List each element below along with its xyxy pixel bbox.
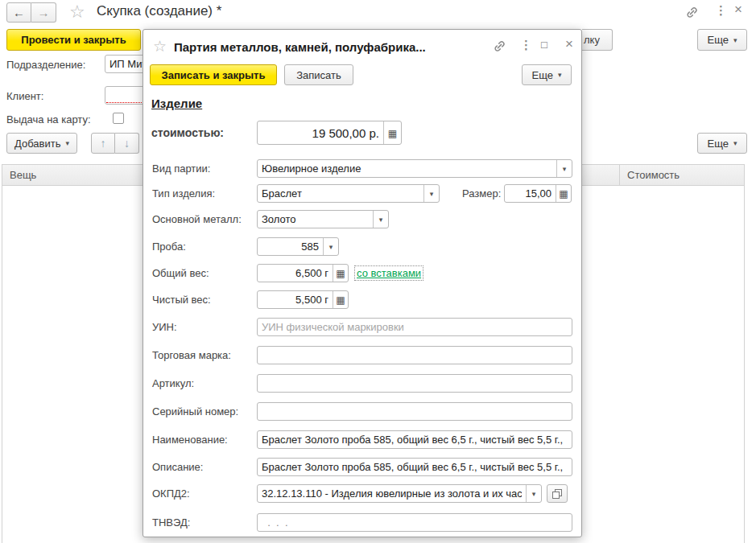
uin-input[interactable] <box>258 319 572 335</box>
okpd2-open-button[interactable] <box>547 484 568 503</box>
item-type-dropdown-button[interactable] <box>423 185 439 202</box>
batch-kind-label: Вид партии: <box>152 162 210 175</box>
batch-kind-field[interactable] <box>257 159 572 178</box>
net-weight-field[interactable] <box>257 290 349 309</box>
fineness-input[interactable] <box>258 238 323 255</box>
table-more-label: Еще <box>708 138 729 150</box>
get-link-icon[interactable] <box>685 6 699 19</box>
favorite-star-icon[interactable] <box>69 3 85 21</box>
item-type-field[interactable] <box>257 184 440 203</box>
with-inserts-link[interactable]: со вставками <box>355 266 423 280</box>
dialog-get-link-icon[interactable] <box>493 39 506 53</box>
fineness-dropdown-button[interactable] <box>323 238 338 255</box>
metal-label: Основной металл: <box>152 213 242 225</box>
size-calculator-button[interactable] <box>556 185 571 202</box>
table-more-button[interactable]: Еще <box>697 133 747 154</box>
name-label: Наименование: <box>152 434 228 446</box>
dialog-more-label: Еще <box>532 69 553 81</box>
description-input[interactable] <box>258 459 572 475</box>
up-arrow-icon <box>101 137 106 150</box>
back-button[interactable] <box>6 2 31 23</box>
window-title: Скупка (создание) * <box>97 3 221 19</box>
card-issue-label: Выдача на карту: <box>6 113 91 125</box>
description-field[interactable] <box>257 458 572 476</box>
size-field[interactable] <box>504 184 572 203</box>
forward-button[interactable] <box>31 2 56 23</box>
dialog-more-button[interactable]: Еще <box>522 64 572 85</box>
cost-field[interactable] <box>257 121 402 145</box>
save-and-close-button[interactable]: Записать и закрыть <box>150 64 277 85</box>
batch-kind-dropdown-button[interactable] <box>556 160 572 177</box>
chevron-down-icon <box>379 216 383 224</box>
article-field[interactable] <box>257 374 572 393</box>
okpd2-field[interactable] <box>257 484 542 503</box>
serial-label: Серийный номер: <box>152 405 238 418</box>
move-down-button[interactable] <box>115 133 139 154</box>
cost-label: стоимостью: <box>151 126 224 139</box>
column-cost[interactable]: Стоимость <box>620 169 680 181</box>
cost-input[interactable] <box>258 121 383 144</box>
brand-input[interactable] <box>258 347 572 364</box>
okpd2-dropdown-button[interactable] <box>526 485 541 502</box>
down-arrow-icon <box>124 137 130 150</box>
dialog-favorite-star-icon[interactable] <box>153 39 167 54</box>
fineness-field[interactable] <box>257 237 339 256</box>
batch-kind-input[interactable] <box>258 160 556 177</box>
calculator-icon <box>336 267 345 279</box>
calculator-icon <box>336 294 345 306</box>
item-type-input[interactable] <box>258 185 423 202</box>
gross-weight-field[interactable] <box>257 264 349 282</box>
calculator-button[interactable] <box>383 121 401 144</box>
article-label: Артикул: <box>152 377 194 389</box>
article-input[interactable] <box>258 375 572 392</box>
net-calculator-button[interactable] <box>333 291 348 308</box>
add-button-label: Добавить <box>14 138 60 150</box>
chevron-down-icon <box>563 165 567 173</box>
move-up-button[interactable] <box>91 133 115 154</box>
toolbar-more-button[interactable]: Еще <box>697 29 747 51</box>
net-weight-input[interactable] <box>258 291 333 308</box>
metal-field[interactable] <box>257 210 389 228</box>
name-field[interactable] <box>257 430 572 449</box>
net-weight-label: Чистый вес: <box>152 294 211 306</box>
dialog-close-icon[interactable] <box>565 37 573 51</box>
serial-field[interactable] <box>257 402 572 421</box>
add-button[interactable]: Добавить <box>6 133 77 154</box>
batch-dialog: Партия металлов, камней, полуфабрика... … <box>143 29 582 537</box>
metal-dropdown-button[interactable] <box>373 211 388 228</box>
clipped-toolbar-button[interactable]: лку <box>582 29 613 51</box>
tnved-label: ТНВЭД: <box>152 516 190 529</box>
tnved-field[interactable] <box>257 513 572 532</box>
tnved-input[interactable] <box>258 514 572 531</box>
card-issue-checkbox[interactable] <box>113 113 124 124</box>
window-menu-icon[interactable] <box>715 4 727 16</box>
section-heading: Изделие <box>151 97 202 110</box>
chevron-down-icon <box>65 139 69 147</box>
serial-input[interactable] <box>258 403 572 420</box>
window-close-icon[interactable] <box>734 2 742 16</box>
back-arrow-icon <box>13 6 25 19</box>
gross-weight-input[interactable] <box>258 265 333 282</box>
dialog-menu-icon[interactable] <box>520 39 532 51</box>
gross-calculator-button[interactable] <box>333 265 348 282</box>
chevron-down-icon <box>532 490 536 498</box>
size-input[interactable] <box>505 185 556 202</box>
dialog-maximize-icon[interactable] <box>541 39 547 50</box>
uin-field[interactable] <box>257 318 572 336</box>
chevron-down-icon <box>733 36 737 44</box>
metal-input[interactable] <box>258 211 373 228</box>
chevron-down-icon <box>430 190 434 198</box>
post-and-close-button[interactable]: Провести и закрыть <box>6 29 141 51</box>
okpd2-input[interactable] <box>258 485 526 502</box>
okpd2-label: ОКПД2: <box>152 487 190 500</box>
save-label: Записать <box>296 69 341 81</box>
item-type-label: Тип изделия: <box>152 187 215 200</box>
brand-field[interactable] <box>257 346 572 364</box>
open-form-icon <box>552 489 562 499</box>
fineness-label: Проба: <box>152 241 186 253</box>
save-button[interactable]: Записать <box>284 64 353 85</box>
app-screen: Скупка (создание) * Провести и закрыть л… <box>0 0 756 543</box>
row-move-buttons <box>91 133 139 154</box>
name-input[interactable] <box>258 431 572 448</box>
calculator-icon <box>388 127 397 139</box>
